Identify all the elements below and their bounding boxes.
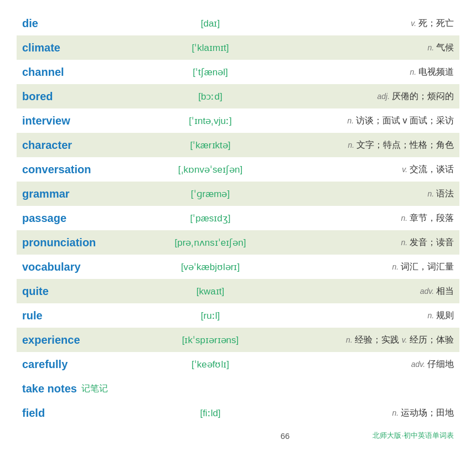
vocab-word: passage (22, 212, 144, 225)
vocab-phonetic: [ˈɪntəˌvjuː] (144, 115, 277, 127)
vocab-definition: adv. 相当 (277, 285, 454, 297)
vocab-definition: n. 经验；实践 v. 经历；体验 (277, 334, 454, 346)
vocab-row: conversation[ˌkɒnvəˈseɪʃən]v. 交流，谈话 (17, 157, 459, 182)
vocab-row: experience[ɪkˈspɪərɪəns]n. 经验；实践 v. 经历；体… (17, 328, 459, 352)
vocab-phonetic: [ˌkɒnvəˈseɪʃən] (144, 164, 277, 175)
vocab-word: pronunciation (22, 236, 144, 249)
vocab-phonetic: [prəˌnʌnsɪˈeɪʃən] (144, 237, 277, 249)
vocab-definition: n. 气候 (277, 42, 454, 54)
vocab-word: climate (22, 42, 144, 54)
vocab-definition: n. 电视频道 (277, 66, 454, 78)
vocab-word: carefully (22, 358, 144, 371)
vocab-definition: n. 访谈；面试 v 面试；采访 (277, 115, 454, 127)
vocab-row: carefully[ˈkeəfʊlɪ]adv. 仔细地 (17, 352, 459, 376)
vocab-definition: n. 发音；读音 (277, 236, 454, 249)
vocab-row: bored[bɔːd]adj. 厌倦的；烦闷的 (17, 84, 459, 108)
vocab-row: pronunciation[prəˌnʌnsɪˈeɪʃən]n. 发音；读音 (17, 230, 459, 255)
vocab-definition: n. 章节，段落 (277, 212, 454, 224)
vocab-row: character[ˈkærɪktə]n. 文字；特点；性格；角色 (17, 133, 459, 157)
vocab-phonetic: [ɪkˈspɪərɪəns] (144, 334, 277, 346)
vocab-row: channel[ˈtʃænəl]n. 电视频道 (17, 60, 459, 84)
vocab-definition: n. 文字；特点；性格；角色 (277, 139, 454, 151)
vocab-phonetic: [ˈklaɪmɪt] (144, 42, 277, 54)
vocab-row: grammar[ˈɡræmə]n. 语法 (17, 182, 459, 206)
vocab-phonetic: [ˈtʃænəl] (144, 66, 277, 78)
vocab-word: bored (22, 90, 144, 103)
vocab-phonetic: [ˈkærɪktə] (144, 139, 277, 151)
vocab-word: character (22, 139, 144, 152)
vocab-list: die[daɪ]v. 死；死亡climate[ˈklaɪmɪt]n. 气候cha… (17, 11, 459, 425)
vocab-word: die (22, 17, 144, 30)
take-notes-cn: 记笔记 (81, 383, 108, 395)
vocab-definition: n. 语法 (277, 188, 454, 200)
footer: 66 北师大版·初中英语单词表 (17, 431, 459, 441)
vocab-definition: adj. 厌倦的；烦闷的 (277, 90, 454, 102)
page-number: 66 (198, 431, 373, 441)
vocab-row: climate[ˈklaɪmɪt]n. 气候 (17, 35, 459, 60)
vocab-phonetic: [bɔːd] (144, 91, 277, 102)
vocab-definition: n. 词汇，词汇量 (277, 261, 454, 273)
vocab-row: vocabulary[vəˈkæbjʊlərɪ]n. 词汇，词汇量 (17, 255, 459, 279)
vocab-row: quite[kwaɪt]adv. 相当 (17, 279, 459, 303)
take-notes-word: take notes (22, 382, 77, 395)
vocab-definition: n. 运动场；田地 (277, 407, 454, 419)
vocab-row: interview[ˈɪntəˌvjuː]n. 访谈；面试 v 面试；采访 (17, 108, 459, 133)
vocab-definition: adv. 仔细地 (277, 358, 454, 370)
vocab-word: channel (22, 66, 144, 79)
vocab-phonetic: [ˈkeəfʊlɪ] (144, 359, 277, 370)
vocab-phonetic: [ruːl] (144, 310, 277, 322)
vocab-phonetic: [ˈɡræmə] (144, 188, 277, 200)
brand-label: 北师大版·初中英语单词表 (372, 431, 454, 441)
vocab-word: rule (22, 309, 144, 322)
vocab-phonetic: [daɪ] (144, 18, 277, 29)
vocab-word: interview (22, 115, 144, 127)
vocab-definition: v. 死；死亡 (277, 17, 454, 29)
vocab-row: passage[ˈpæsɪdʒ]n. 章节，段落 (17, 206, 459, 230)
vocab-word: quite (22, 285, 144, 298)
vocab-word: grammar (22, 188, 144, 200)
vocab-phonetic: [ˈpæsɪdʒ] (144, 213, 277, 224)
vocab-phonetic: [kwaɪt] (144, 286, 277, 297)
vocab-row: rule[ruːl]n. 规则 (17, 303, 459, 328)
vocab-definition: n. 规则 (277, 309, 454, 322)
vocab-definition: v. 交流，谈话 (277, 163, 454, 175)
vocab-phonetic: [vəˈkæbjʊlərɪ] (144, 261, 277, 273)
vocab-row: field[fiːld]n. 运动场；田地 (17, 401, 459, 425)
vocab-row: die[daɪ]v. 死；死亡 (17, 11, 459, 35)
vocab-word: conversation (22, 163, 144, 176)
take-notes-row: take notes记笔记 (17, 376, 459, 401)
vocab-phonetic: [fiːld] (144, 407, 277, 419)
vocab-word: vocabulary (22, 261, 144, 273)
vocab-word: experience (22, 334, 144, 346)
vocab-word: field (22, 407, 144, 420)
